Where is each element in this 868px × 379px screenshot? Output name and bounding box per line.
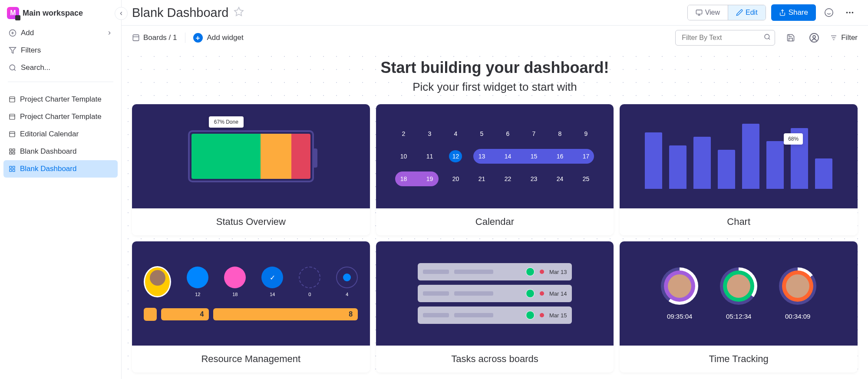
time-tracking-entry: 09:35:04 (661, 267, 698, 320)
svg-rect-31 (133, 35, 139, 41)
resource-count: 18 (232, 292, 238, 297)
calendar-day: 19 (423, 173, 436, 185)
svg-rect-21 (696, 10, 702, 14)
calendar-day: 12 (449, 150, 462, 162)
dashboard-icon (9, 165, 16, 172)
add-widget-button[interactable]: + Add widget (193, 33, 244, 43)
status-dot-icon (540, 291, 544, 296)
workspace-name: Main workspace (23, 9, 83, 18)
widget-label: Time Tracking (620, 346, 858, 372)
calendar-day: 7 (527, 128, 540, 140)
svg-line-5 (14, 69, 15, 70)
board-item[interactable]: Project Charter Template (3, 91, 118, 108)
feedback-button[interactable] (821, 5, 837, 20)
time-tracking-entry: 00:34:09 (779, 267, 816, 320)
page-title[interactable]: Blank Dashboard (132, 6, 228, 20)
board-item[interactable]: Project Charter Template (3, 108, 118, 125)
sidebar-search-button[interactable]: Search... (3, 59, 118, 76)
sidebar-add-button[interactable]: Add (3, 24, 118, 42)
svg-rect-15 (10, 152, 12, 154)
filter-icon (830, 34, 838, 42)
battery-tooltip: 67% Done (209, 116, 244, 128)
view-mode-button[interactable]: View (688, 5, 728, 20)
svg-rect-13 (13, 149, 15, 151)
sidebar-filters-button[interactable]: Filters (3, 42, 118, 59)
resource-graphic: 12 18 ✓14 0 4 4 8 (144, 266, 358, 321)
board-icon (132, 34, 140, 42)
svg-point-33 (765, 34, 769, 39)
chart-bar (718, 150, 735, 189)
board-item-label: Project Charter Template (20, 95, 102, 104)
board-item[interactable]: Blank Dashboard (3, 160, 118, 178)
filter-button[interactable]: Filter (830, 33, 858, 42)
calendar-day: 8 (553, 128, 566, 140)
resource-count: 4 (346, 292, 348, 297)
workspace-logo-icon: M (7, 7, 19, 19)
calendar-day: 25 (579, 173, 592, 185)
save-button[interactable] (783, 30, 799, 46)
widget-status-overview[interactable]: 67% Done Status Overview (132, 104, 370, 235)
filter-icon (9, 46, 17, 54)
more-options-button[interactable] (842, 5, 858, 20)
chart-bar (766, 141, 784, 189)
calendar-day: 11 (423, 150, 436, 162)
view-label: View (705, 9, 720, 16)
widget-grid: 67% Done Status Overview 234567891011121… (132, 104, 858, 372)
boards-count[interactable]: Boards / 1 (132, 33, 177, 42)
task-date: Mar 14 (549, 290, 567, 297)
board-item[interactable]: Editorial Calendar (3, 125, 118, 143)
svg-rect-8 (10, 114, 15, 119)
board-list: Project Charter TemplateProject Charter … (3, 87, 118, 178)
user-button[interactable] (806, 30, 822, 46)
widget-chart[interactable]: 68% Chart (620, 104, 858, 235)
favorite-star-button[interactable] (234, 7, 244, 19)
save-icon (786, 33, 795, 42)
svg-point-30 (852, 12, 854, 13)
board-item-label: Project Charter Template (20, 112, 102, 121)
chevron-right-icon (106, 30, 112, 36)
widget-tasks-across-boards[interactable]: Mar 13Mar 14Mar 15 Tasks across boards (376, 241, 614, 372)
board-item-label: Blank Dashboard (20, 165, 76, 173)
monitor-icon (696, 9, 703, 16)
sidebar: M Main workspace Add Filters Search... P… (0, 0, 122, 379)
widget-resource-management[interactable]: 12 18 ✓14 0 4 4 8 (132, 241, 370, 372)
widget-time-tracking[interactable]: 09:35:0405:12:3400:34:09 Time Tracking (620, 241, 858, 372)
search-icon (9, 64, 17, 72)
filter-button-label: Filter (841, 33, 858, 42)
calendar-day: 18 (397, 173, 410, 185)
workspace-header[interactable]: M Main workspace (3, 7, 118, 24)
battery-graphic: 67% Done (188, 130, 314, 182)
plus-icon: + (193, 33, 203, 43)
widget-calendar[interactable]: 2345678910111213141516171819202122232425… (376, 104, 614, 235)
widget-label: Calendar (376, 208, 614, 235)
time-value: 05:12:34 (726, 313, 751, 320)
resource-count: 12 (195, 292, 200, 297)
collapse-sidebar-button[interactable] (115, 7, 128, 20)
time-value: 09:35:04 (667, 313, 692, 320)
task-date: Mar 13 (549, 269, 567, 275)
progress-ring-icon (720, 267, 757, 305)
svg-rect-19 (10, 169, 12, 171)
add-widget-label: Add widget (207, 33, 244, 42)
bar-chart-graphic: 68% (645, 124, 832, 189)
resource-count: 14 (270, 292, 275, 297)
calendar-day: 13 (475, 150, 488, 162)
svg-rect-12 (10, 149, 12, 151)
board-item[interactable]: Blank Dashboard (3, 143, 118, 160)
tasks-graphic: Mar 13Mar 14Mar 15 (418, 263, 572, 324)
edit-mode-button[interactable]: Edit (728, 5, 766, 20)
share-button[interactable]: Share (771, 4, 816, 21)
calendar-day: 16 (553, 150, 566, 162)
dashboard-header: Blank Dashboard View Edit Share (122, 0, 868, 25)
sidebar-add-label: Add (21, 29, 34, 37)
board-icon (9, 96, 16, 103)
avatar-icon (144, 266, 171, 297)
canvas-heading: Start building your dashboard! (132, 59, 858, 77)
time-tracking-graphic: 09:35:0405:12:3400:34:09 (661, 267, 816, 320)
svg-rect-18 (13, 169, 15, 171)
svg-point-25 (825, 9, 833, 16)
sidebar-filters-label: Filters (21, 46, 41, 55)
task-row: Mar 15 (418, 306, 572, 324)
plus-circle-icon (9, 29, 17, 37)
filter-text-input[interactable] (675, 30, 775, 46)
